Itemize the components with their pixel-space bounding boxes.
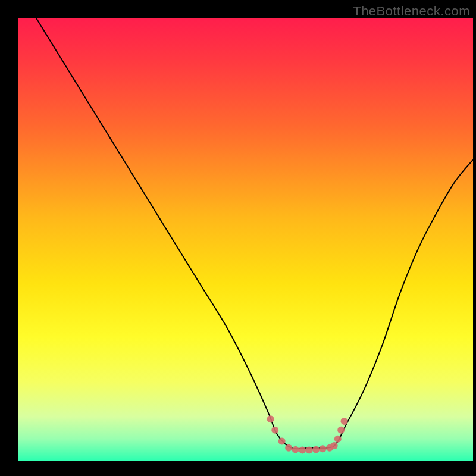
watermark-text: TheBottleneck.com [353, 4, 470, 19]
optimal-marker [337, 427, 345, 434]
chart-frame: { "watermark": "TheBottleneck.com", "plo… [0, 0, 476, 476]
optimal-marker [292, 446, 299, 453]
optimal-marker [334, 436, 342, 443]
optimal-marker [312, 446, 320, 453]
bottleneck-chart [0, 0, 476, 476]
gradient-background [18, 18, 473, 461]
optimal-marker [285, 444, 292, 452]
optimal-marker [299, 446, 306, 453]
optimal-marker [331, 442, 338, 449]
optimal-marker [320, 445, 327, 452]
optimal-marker [271, 427, 278, 434]
optimal-marker [267, 415, 274, 422]
optimal-marker [278, 437, 286, 444]
optimal-marker [306, 446, 313, 453]
optimal-marker [341, 418, 348, 425]
